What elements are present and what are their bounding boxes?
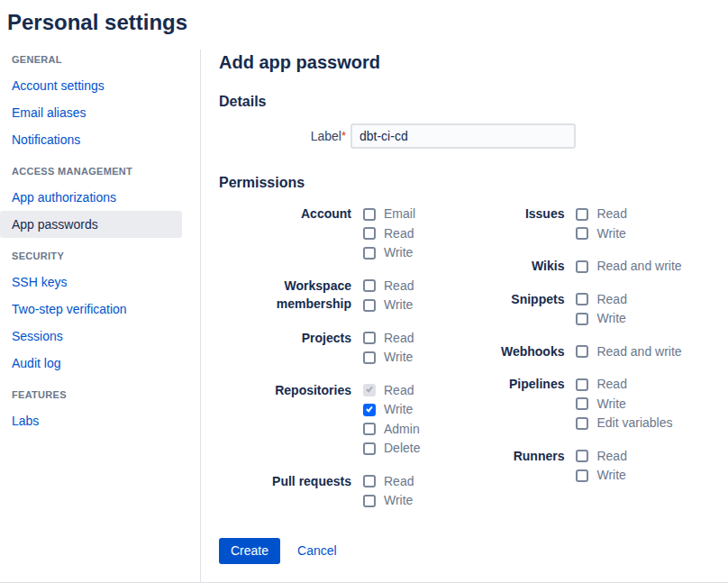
perm-option-label: Read — [384, 472, 414, 491]
checkbox-unchecked[interactable] — [576, 397, 588, 410]
checkbox-unchecked[interactable] — [576, 208, 588, 221]
perm-option-label: Admin — [384, 420, 420, 439]
perm-options: ReadWrite — [363, 329, 414, 368]
checkbox-unchecked[interactable] — [576, 450, 588, 462]
perm-group-label: Pull requests — [219, 472, 351, 511]
perm-options: EmailReadWrite — [363, 205, 415, 263]
sidebar-section-title: ACCESS MANAGEMENT — [0, 166, 200, 184]
perm-option-label: Read — [596, 375, 626, 394]
details-heading: Details — [219, 93, 728, 111]
sidebar-item-two-step-verification[interactable]: Two-step verification — [0, 296, 182, 323]
sidebar-section-general: GENERALAccount settingsEmail aliasesNoti… — [0, 54, 200, 153]
create-button[interactable]: Create — [219, 538, 280, 564]
perm-option-email[interactable]: Email — [363, 205, 415, 224]
perm-group-workspace-membership: Workspace membershipReadWrite — [219, 277, 420, 315]
perm-group-account: AccountEmailReadWrite — [219, 205, 420, 263]
perm-option-label: Write — [384, 491, 413, 510]
sidebar-item-app-passwords[interactable]: App passwords — [0, 211, 182, 238]
label-input[interactable] — [350, 123, 576, 149]
perm-option-read[interactable]: Read — [576, 375, 672, 395]
checkbox-unchecked[interactable] — [576, 378, 588, 391]
perm-group-projects: ProjectsReadWrite — [219, 329, 420, 368]
perm-group-label: Workspace membership — [219, 277, 351, 315]
permissions-column-2: IssuesReadWriteWikisRead and writeSnippe… — [420, 205, 681, 486]
checkbox-unchecked[interactable] — [363, 495, 376, 507]
perm-option-read-and-write[interactable]: Read and write — [576, 342, 681, 362]
perm-option-write[interactable]: Write — [363, 400, 420, 420]
sidebar-item-sessions[interactable]: Sessions — [0, 323, 182, 350]
perm-group-webhooks: WebhooksRead and write — [420, 342, 681, 362]
perm-option-label: Read — [384, 329, 414, 348]
perm-option-write[interactable]: Write — [576, 466, 626, 486]
checkbox-checked[interactable] — [363, 404, 376, 416]
perm-option-write[interactable]: Write — [576, 395, 672, 414]
perm-option-label: Write — [384, 296, 413, 314]
checkbox-unchecked[interactable] — [363, 351, 376, 364]
checkbox-unchecked[interactable] — [576, 227, 588, 240]
checkbox-unchecked[interactable] — [363, 247, 376, 260]
cancel-link[interactable]: Cancel — [297, 543, 337, 558]
sidebar-item-audit-log[interactable]: Audit log — [0, 350, 182, 377]
perm-option-read[interactable]: Read — [363, 381, 420, 401]
checkbox-unchecked[interactable] — [576, 469, 588, 482]
perm-group-label: Webhooks — [420, 342, 564, 362]
perm-group-label: Projects — [219, 329, 351, 368]
perm-option-label: Email — [384, 205, 415, 223]
perm-group-pull-requests: Pull requestsReadWrite — [219, 472, 420, 511]
checkbox-unchecked[interactable] — [363, 227, 376, 240]
perm-option-read[interactable]: Read — [576, 205, 626, 224]
perm-options: ReadWrite — [576, 447, 626, 486]
permissions-column-1: AccountEmailReadWriteWorkspace membershi… — [219, 205, 420, 511]
settings-sidebar: GENERALAccount settingsEmail aliasesNoti… — [0, 50, 201, 582]
checkbox-unchecked[interactable] — [363, 299, 376, 312]
perm-option-label: Delete — [384, 439, 420, 458]
checkbox-unchecked[interactable] — [363, 279, 376, 292]
perm-options: Read and write — [576, 342, 681, 362]
perm-option-read[interactable]: Read — [363, 277, 414, 296]
sidebar-item-email-aliases[interactable]: Email aliases — [0, 99, 182, 126]
perm-option-label: Read — [596, 447, 626, 466]
checkbox-unchecked[interactable] — [363, 442, 376, 455]
sidebar-item-labs[interactable]: Labs — [0, 407, 182, 434]
checkbox-unchecked[interactable] — [576, 345, 588, 358]
perm-group-label: Wikis — [420, 257, 564, 277]
perm-option-label: Read — [596, 290, 626, 309]
perm-option-read[interactable]: Read — [363, 329, 414, 349]
sidebar-item-app-authorizations[interactable]: App authorizations — [0, 184, 182, 211]
checkbox-unchecked[interactable] — [576, 417, 588, 430]
perm-group-repositories: RepositoriesReadWriteAdminDelete — [219, 381, 420, 459]
sidebar-item-account-settings[interactable]: Account settings — [0, 72, 182, 99]
perm-option-read[interactable]: Read — [576, 290, 626, 310]
sidebar-item-ssh-keys[interactable]: SSH keys — [0, 269, 182, 296]
checkbox-unchecked[interactable] — [363, 332, 376, 344]
perm-options: ReadWriteAdminDelete — [363, 381, 420, 459]
perm-option-read[interactable]: Read — [363, 472, 414, 492]
perm-option-write[interactable]: Write — [576, 224, 626, 244]
perm-option-read[interactable]: Read — [363, 224, 415, 244]
checkbox-unchecked[interactable] — [363, 208, 376, 221]
sidebar-item-notifications[interactable]: Notifications — [0, 126, 182, 153]
checkbox-unchecked[interactable] — [363, 423, 376, 435]
checkbox-unchecked[interactable] — [363, 475, 376, 487]
perm-option-write[interactable]: Write — [363, 348, 414, 368]
perm-option-write[interactable]: Write — [576, 309, 626, 329]
perm-option-write[interactable]: Write — [363, 243, 415, 263]
page-title: Personal settings — [0, 0, 728, 36]
checkbox-unchecked[interactable] — [576, 260, 588, 273]
perm-option-label: Write — [384, 243, 413, 262]
required-indicator: * — [341, 129, 346, 142]
perm-option-delete[interactable]: Delete — [363, 439, 420, 459]
perm-option-read[interactable]: Read — [576, 447, 626, 467]
perm-group-label: Account — [219, 205, 351, 263]
perm-option-admin[interactable]: Admin — [363, 420, 420, 440]
label-field-label-text: Label — [311, 129, 341, 143]
perm-option-write[interactable]: Write — [363, 491, 414, 511]
perm-option-read-and-write[interactable]: Read and write — [576, 257, 681, 277]
label-field-row: Label* — [219, 123, 728, 149]
checkbox-unchecked[interactable] — [576, 293, 588, 305]
checkbox-unchecked[interactable] — [576, 313, 588, 325]
perm-option-write[interactable]: Write — [363, 296, 414, 315]
add-app-password-heading: Add app password — [219, 51, 728, 73]
perm-option-edit-variables[interactable]: Edit variables — [576, 414, 672, 433]
perm-options: ReadWrite — [576, 205, 626, 243]
